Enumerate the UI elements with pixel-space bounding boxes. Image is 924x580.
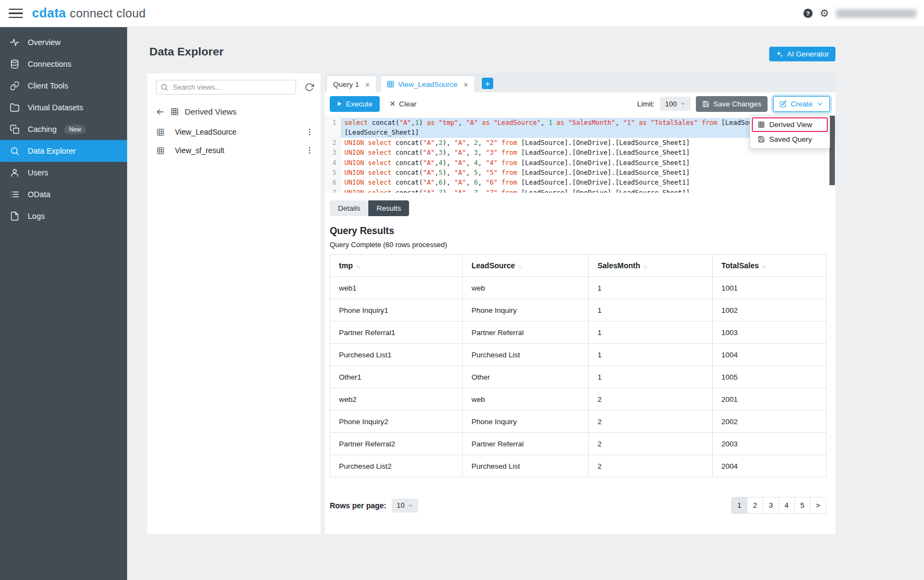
rows-per-page-value: 10 [397, 501, 404, 509]
table-cell: 2001 [713, 388, 827, 411]
table-cell: Other [463, 366, 589, 388]
sql-line[interactable]: 4UNION select concat("A",4), "A", 4, "4"… [325, 158, 835, 168]
limit-select[interactable]: 100 [660, 97, 690, 111]
rows-per-page-select[interactable]: 10 [392, 499, 418, 513]
results-table: tmp↑↓LeadSource↑↓SalesMonth↑↓TotalSales↑… [330, 254, 827, 477]
column-header-leadsource[interactable]: LeadSource↑↓ [463, 255, 589, 277]
table-row: Phone Inquiry1Phone Inquiry11002 [330, 299, 827, 321]
close-icon[interactable]: × [365, 80, 370, 89]
column-header-salesmonth[interactable]: SalesMonth↑↓ [589, 255, 713, 277]
new-tab-button[interactable]: + [482, 78, 493, 89]
close-icon[interactable]: × [463, 80, 468, 89]
create-menu-item-saved-query[interactable]: Saved Query [752, 132, 828, 147]
table-row: Phone Inquiry2Phone Inquiry22002 [330, 411, 827, 433]
results-footer: Rows per page: 10 12345> [325, 497, 835, 514]
results-body: web1web11001Phone Inquiry1Phone Inquiry1… [330, 277, 827, 477]
ai-generator-button[interactable]: AI Generator [769, 47, 835, 61]
file-icon [10, 211, 20, 221]
create-menu-item-derived-view[interactable]: Derived View [752, 117, 828, 132]
table-row: Other1Other11005 [330, 366, 827, 388]
sort-icon[interactable]: ↑↓ [356, 263, 360, 269]
sort-icon[interactable]: ↑↓ [518, 263, 522, 269]
views-section-title: Derived Views [185, 107, 237, 116]
table-row: Partner Referral2Partner Referral22003 [330, 433, 827, 455]
sql-code: UNION select concat("A",5), "A", 5, "5" … [341, 168, 835, 178]
query-results-heading: Query Results [330, 225, 835, 237]
table-cell: Purchesed List [463, 455, 589, 477]
page-button-5[interactable]: 5 [794, 497, 810, 514]
save-icon [702, 100, 709, 108]
table-cell: 2 [589, 455, 713, 477]
sql-line[interactable]: 3UNION select concat("A",3), "A", 3, "3"… [325, 148, 835, 157]
refresh-icon[interactable] [305, 83, 314, 92]
column-header-tmp[interactable]: tmp↑↓ [330, 255, 463, 277]
tab-label: Query 1 [333, 80, 359, 89]
sidebar-item-virtual-datasets[interactable]: Virtual Datasets [0, 97, 127, 118]
table-cell: Other1 [330, 366, 463, 388]
sql-line[interactable]: 5UNION select concat("A",5), "A", 5, "5"… [325, 168, 835, 178]
kebab-menu-icon[interactable] [305, 128, 314, 136]
table-cell: 1001 [713, 277, 827, 299]
sidebar-item-client-tools[interactable]: Client Tools [0, 75, 127, 97]
search-views-input[interactable] [156, 80, 296, 94]
create-button[interactable]: Create [773, 96, 830, 112]
sidebar-item-data-explorer[interactable]: Data Explorer [0, 140, 127, 162]
clear-button[interactable]: ✕ Clear [389, 99, 417, 108]
editor-scrollbar[interactable] [829, 116, 835, 185]
kebab-menu-icon[interactable] [305, 146, 314, 155]
grid-icon [387, 80, 394, 88]
sidebar-item-label: Data Explorer [28, 147, 76, 155]
gear-icon[interactable]: ⚙ [820, 8, 829, 18]
sidebar-item-overview[interactable]: Overview [0, 31, 127, 53]
user-account-redacted[interactable] [836, 9, 916, 18]
table-cell: web [463, 388, 589, 411]
table-cell: Phone Inquiry2 [330, 411, 463, 433]
topbar: cdata connect cloud ? ⚙ [0, 0, 924, 27]
sort-icon[interactable]: ↑↓ [643, 263, 648, 269]
page-button-1[interactable]: 1 [731, 497, 747, 514]
sql-code: UNION select concat("A",4), "A", 4, "4" … [341, 158, 835, 168]
sidebar-item-label: Virtual Datasets [28, 103, 83, 112]
limit-label: Limit: [637, 100, 655, 108]
help-icon[interactable]: ? [803, 9, 813, 18]
tab-results[interactable]: Results [368, 200, 409, 216]
next-page-button[interactable]: > [810, 497, 826, 514]
sort-icon[interactable]: ↑↓ [762, 263, 766, 269]
chevron-down-icon [680, 101, 686, 106]
sidebar-item-caching[interactable]: CachingNew [0, 118, 127, 140]
tab-details[interactable]: Details [330, 200, 368, 216]
back-arrow-icon[interactable] [156, 108, 165, 116]
ai-generator-label: AI Generator [787, 50, 829, 58]
view-list-item-view-leadsource[interactable]: View_LeadSource [147, 123, 320, 141]
editor-tab-view-leadsource[interactable]: View_LeadSource× [380, 75, 475, 92]
editor-tab-query-1[interactable]: Query 1× [326, 75, 376, 92]
sidebar-item-users[interactable]: Users [0, 162, 127, 184]
sql-line[interactable]: 7UNION select concat("A",7), "A", 7, "7"… [325, 188, 835, 193]
page-button-2[interactable]: 2 [747, 497, 763, 514]
table-cell: 2002 [713, 411, 827, 433]
table-cell: 1003 [713, 321, 827, 344]
chevron-down-icon [408, 503, 413, 508]
app-logo: cdata connect cloud [32, 6, 146, 21]
view-list-item-view-sf-result[interactable]: View_sf_result [147, 141, 320, 160]
sql-line[interactable]: 6UNION select concat("A",6), "A", 6, "6"… [325, 178, 835, 187]
hamburger-menu-icon[interactable] [9, 9, 23, 18]
column-label: SalesMonth [598, 261, 640, 270]
sidebar-item-logs[interactable]: Logs [0, 205, 127, 227]
menu-item-label: Saved Query [769, 135, 812, 143]
page-button-3[interactable]: 3 [763, 497, 779, 514]
save-changes-button[interactable]: Save Changes [696, 96, 768, 112]
execute-button[interactable]: Execute [330, 96, 380, 112]
clear-x-icon: ✕ [389, 99, 396, 108]
toolbar-right: Limit: 100 Save Changes Create [637, 96, 830, 112]
table-cell: web1 [330, 277, 463, 299]
table-cell: 2004 [713, 455, 827, 477]
sidebar-item-connections[interactable]: Connections [0, 53, 127, 75]
table-row: Purchesed List1Purchesed List11004 [330, 344, 827, 366]
views-search-row [147, 73, 320, 101]
page-button-4[interactable]: 4 [778, 497, 795, 514]
sidebar-item-odata[interactable]: OData [0, 184, 127, 205]
column-header-totalsales[interactable]: TotalSales↑↓ [713, 255, 827, 277]
grid-icon [156, 147, 165, 155]
grid-icon [171, 108, 179, 116]
